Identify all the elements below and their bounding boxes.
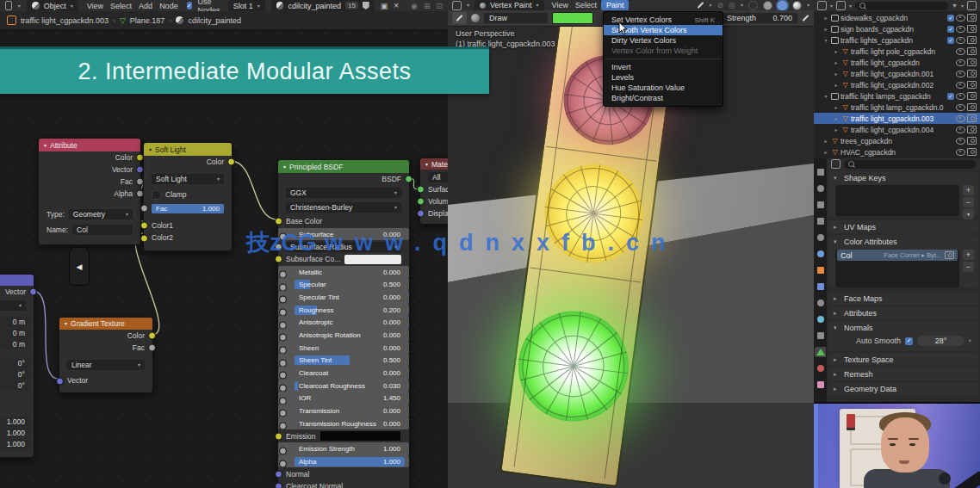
visibility-eye-icon[interactable] bbox=[956, 149, 965, 156]
value-slider[interactable]: Transmission0.000 bbox=[295, 406, 405, 416]
mode-dropdown[interactable]: Vertex Paint▾ bbox=[474, 0, 544, 11]
input-socket[interactable] bbox=[140, 222, 148, 230]
blend-mode-dropdown[interactable]: Soft Light▾ bbox=[152, 174, 224, 184]
fake-user-icon[interactable] bbox=[363, 2, 369, 9]
visibility-eye-icon[interactable] bbox=[956, 26, 965, 33]
remove-button[interactable]: − bbox=[963, 262, 974, 272]
input-socket[interactable] bbox=[279, 384, 287, 392]
editor-type-icon[interactable] bbox=[5, 1, 12, 10]
output-socket[interactable] bbox=[148, 332, 156, 340]
input-socket[interactable] bbox=[417, 198, 425, 206]
outliner-row[interactable]: ▾ traffic lights_cgpackdn ✓ bbox=[814, 34, 980, 46]
render-camera-icon[interactable] bbox=[967, 47, 977, 55]
breadcrumb-object[interactable]: traffic light_cgpackdn.003 bbox=[21, 16, 109, 25]
shape-keys-list[interactable]: + − ▾ bbox=[835, 185, 959, 216]
expand-arrow[interactable]: ▸ bbox=[833, 59, 840, 65]
input-socket[interactable] bbox=[275, 218, 282, 225]
fac-slider[interactable]: Fac1.000 bbox=[152, 204, 224, 213]
input-socket[interactable] bbox=[275, 483, 282, 488]
menu-item[interactable] bbox=[605, 59, 721, 59]
wireframe-shading-button[interactable] bbox=[748, 1, 758, 10]
properties-search-input[interactable] bbox=[844, 160, 976, 169]
render-camera-icon[interactable] bbox=[967, 70, 977, 77]
render-camera-icon[interactable] bbox=[945, 251, 954, 259]
value-slider[interactable]: Metallic0.000 bbox=[295, 268, 405, 277]
render-checkbox[interactable]: ✓ bbox=[947, 93, 954, 100]
physics-tab[interactable] bbox=[815, 314, 826, 324]
value-slider[interactable]: Sheen0.000 bbox=[295, 343, 405, 353]
node-header[interactable]: ▾Soft Light bbox=[144, 143, 232, 156]
render-camera-icon[interactable] bbox=[967, 92, 977, 100]
rotation-field[interactable]: 0° bbox=[0, 380, 30, 391]
expand-arrow[interactable]: ▸ bbox=[833, 104, 840, 110]
input-socket[interactable] bbox=[275, 256, 282, 263]
input-socket[interactable] bbox=[279, 410, 287, 417]
outliner-row[interactable]: ▸ sign boards_cgpackdn ✓ bbox=[814, 23, 980, 34]
distribution-dropdown[interactable]: GGX▾ bbox=[286, 188, 401, 198]
menu-item[interactable]: Bright/Contrast bbox=[604, 93, 723, 103]
constraints-tab[interactable] bbox=[815, 330, 826, 341]
visibility-eye-icon[interactable] bbox=[956, 115, 965, 122]
value-slider[interactable]: Specular0.500 bbox=[295, 280, 405, 289]
attribute-node[interactable]: ▾Attribute Color Vector Fac bbox=[38, 138, 141, 245]
input-socket[interactable] bbox=[279, 270, 287, 278]
unlink-icon[interactable]: × bbox=[394, 2, 399, 10]
menu-item[interactable]: View bbox=[549, 1, 571, 9]
output-tab[interactable] bbox=[815, 200, 826, 210]
panel-header[interactable]: ▸Texture Space bbox=[828, 353, 978, 366]
expand-arrow[interactable]: ▸ bbox=[833, 115, 840, 121]
visibility-eye-icon[interactable] bbox=[956, 37, 965, 44]
value-slider[interactable]: Specular Tint0.000 bbox=[295, 293, 405, 302]
input-socket[interactable] bbox=[279, 283, 287, 291]
output-target-dropdown[interactable]: All bbox=[428, 172, 448, 182]
input-socket[interactable] bbox=[140, 235, 148, 243]
menu-item[interactable]: Paint bbox=[601, 0, 630, 10]
brush-name-field[interactable]: Draw bbox=[484, 13, 548, 23]
auto-smooth-checkbox[interactable]: ✓ bbox=[905, 337, 913, 345]
tool-tab[interactable] bbox=[815, 167, 826, 177]
input-socket[interactable] bbox=[279, 321, 287, 329]
input-socket[interactable] bbox=[279, 232, 287, 240]
input-socket[interactable] bbox=[279, 334, 287, 342]
subsurface-method-dropdown[interactable]: Christensen-Burley▾ bbox=[286, 202, 401, 213]
render-camera-icon[interactable] bbox=[967, 114, 977, 122]
overlays-icon[interactable]: ◎ bbox=[729, 1, 735, 9]
menu-item[interactable]: Invert bbox=[604, 62, 723, 72]
render-camera-icon[interactable] bbox=[967, 14, 977, 22]
render-camera-icon[interactable] bbox=[967, 103, 977, 111]
value-slider[interactable]: Clearcoat0.000 bbox=[295, 368, 405, 378]
expand-arrow[interactable]: ▸ bbox=[833, 71, 840, 77]
outliner-row[interactable]: ▸ sidewalks_cgpackdn ✓ bbox=[814, 12, 980, 23]
pin-icon[interactable]: ◉ bbox=[411, 2, 418, 10]
panel-header[interactable]: ▾Color Attributes bbox=[828, 235, 978, 248]
input-socket[interactable] bbox=[279, 346, 287, 354]
panel-header[interactable]: ▸UV Maps bbox=[828, 220, 978, 233]
slot-dropdown[interactable]: Slot 1▾ bbox=[228, 0, 265, 11]
clamp-checkbox[interactable] bbox=[152, 190, 161, 200]
auto-smooth-angle-field[interactable]: 28° bbox=[917, 336, 964, 346]
outliner-row[interactable]: ▾ traffic light lamps_cgpackdn ✓ bbox=[814, 90, 980, 102]
input-socket[interactable] bbox=[417, 186, 425, 194]
input-socket[interactable] bbox=[56, 378, 64, 386]
value-slider[interactable]: Anisotropic0.000 bbox=[295, 318, 405, 327]
display-mode-icon[interactable] bbox=[836, 1, 846, 10]
output-socket[interactable] bbox=[227, 158, 235, 166]
brush-color-swatch[interactable] bbox=[552, 12, 593, 24]
render-camera-icon[interactable] bbox=[967, 137, 977, 145]
outliner-row[interactable]: ▸ HVAC_cgpackdn ✓ bbox=[814, 146, 980, 158]
expand-arrow[interactable]: ▸ bbox=[833, 127, 840, 133]
value-slider[interactable]: Anisotropic Rotation0.000 bbox=[295, 330, 405, 340]
input-socket[interactable] bbox=[279, 422, 287, 429]
visibility-eye-icon[interactable] bbox=[956, 48, 965, 55]
view-layer-tab[interactable] bbox=[815, 216, 826, 226]
users-count-badge[interactable]: 15 bbox=[345, 2, 358, 9]
render-checkbox[interactable]: ✓ bbox=[947, 15, 954, 22]
material-output-node[interactable]: ▾Mater... All Surface Volume bbox=[419, 158, 448, 225]
value-slider[interactable]: Alpha1.000 bbox=[295, 457, 405, 466]
mapping-node[interactable]: Vector ▾ 0 m0 m0 m 0°0°0° 1.0001.0001.00… bbox=[0, 274, 34, 458]
visibility-eye-icon[interactable] bbox=[956, 104, 965, 111]
location-field[interactable]: 0 m bbox=[0, 317, 30, 327]
value-slider[interactable]: IOR1.450 bbox=[295, 393, 405, 403]
rotation-field[interactable]: 0° bbox=[0, 369, 30, 380]
remove-button[interactable]: − bbox=[963, 197, 974, 207]
